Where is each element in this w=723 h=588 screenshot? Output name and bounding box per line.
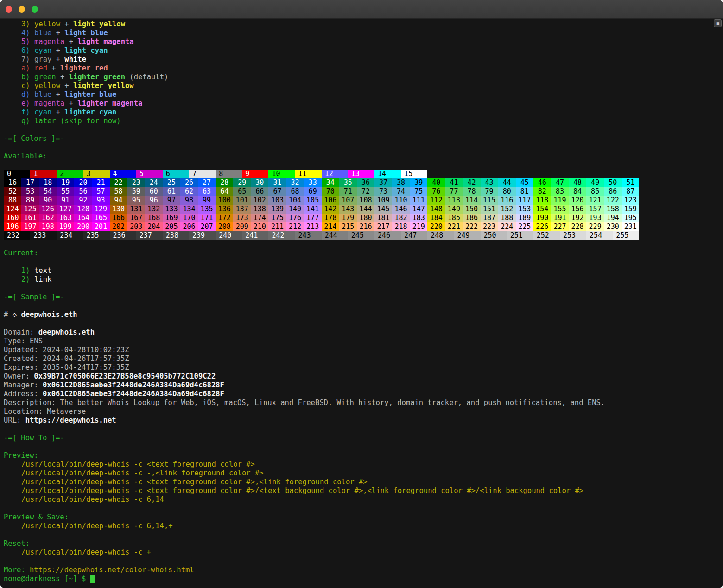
palette-cell-46: 46: [533, 178, 551, 187]
palette-cell-26: 26: [180, 178, 198, 187]
scrollback-menu-icon[interactable]: ≡: [714, 19, 722, 27]
palette-cell-69: 69: [304, 187, 322, 196]
palette-row: 5253545556575859606162636465666768697071…: [4, 187, 719, 196]
menu-item-7: 7) gray + white: [4, 55, 719, 64]
palette-cell-237: 237: [136, 231, 163, 240]
sample-domain-name: deepwhois.eth: [21, 310, 77, 319]
palette-cell-86: 86: [604, 187, 622, 196]
palette-cell-138: 138: [251, 205, 268, 214]
palette-cell-68: 68: [286, 187, 304, 196]
palette-cell-105: 105: [304, 196, 322, 205]
palette-cell-233: 233: [30, 231, 57, 240]
palette-cell-103: 103: [268, 196, 286, 205]
palette-cell-212: 212: [286, 222, 304, 231]
palette-cell-37: 37: [374, 178, 392, 187]
palette-cell-51: 51: [622, 178, 639, 187]
titlebar[interactable]: [0, 0, 723, 19]
palette-cell-64: 64: [216, 187, 233, 196]
palette-cell-245: 245: [348, 231, 374, 240]
palette-cell-88: 88: [4, 196, 21, 205]
palette-cell-255: 255: [613, 231, 639, 240]
palette-cell-33: 33: [304, 178, 322, 187]
palette-cell-8: 8: [216, 170, 242, 178]
palette-cell-84: 84: [569, 187, 586, 196]
prompt-line[interactable]: none@darkness [~] $: [4, 575, 719, 583]
palette-cell-101: 101: [233, 196, 251, 205]
palette-cell-149: 149: [445, 205, 463, 214]
palette-cell-117: 117: [516, 196, 533, 205]
palette-cell-222: 222: [463, 222, 480, 231]
available-label: Available:: [4, 152, 719, 161]
palette-cell-45: 45: [516, 178, 533, 187]
palette-cell-10: 10: [268, 170, 295, 178]
reset-command: /usr/local/bin/deep-whois -c +: [4, 548, 719, 557]
palette-cell-27: 27: [198, 178, 216, 187]
palette-cell-198: 198: [39, 222, 57, 231]
palette-cell-177: 177: [304, 214, 322, 222]
palette-cell-7: 7: [189, 170, 216, 178]
zoom-button[interactable]: [32, 6, 38, 13]
palette-cell-120: 120: [569, 196, 586, 205]
palette-cell-104: 104: [286, 196, 304, 205]
menu-item-b: b) green + lighter green (default): [4, 73, 719, 82]
blank-line: [4, 531, 719, 539]
palette-cell-107: 107: [339, 196, 357, 205]
palette-cell-169: 169: [163, 214, 180, 222]
palette-cell-193: 193: [586, 214, 604, 222]
palette-cell-12: 12: [322, 170, 348, 178]
palette-cell-204: 204: [145, 222, 163, 231]
palette-cell-47: 47: [551, 178, 569, 187]
palette-cell-170: 170: [180, 214, 198, 222]
palette-cell-36: 36: [357, 178, 374, 187]
palette-row: 1961971981992002012022032042052062072082…: [4, 222, 719, 231]
palette-cell-236: 236: [110, 231, 136, 240]
palette-cell-23: 23: [127, 178, 145, 187]
current-option-text: 1) text: [4, 266, 719, 275]
palette-cell-185: 185: [445, 214, 463, 222]
palette-cell-181: 181: [374, 214, 392, 222]
palette-cell-61: 61: [163, 187, 180, 196]
palette-cell-199: 199: [57, 222, 74, 231]
hash-prefix: #: [4, 310, 8, 319]
palette-cell-50: 50: [604, 178, 622, 187]
palette-cell-224: 224: [498, 222, 516, 231]
palette-cell-145: 145: [374, 205, 392, 214]
palette-cell-29: 29: [233, 178, 251, 187]
whois-field-url: URL: https://deepwhois.net: [4, 416, 719, 425]
close-button[interactable]: [6, 6, 12, 13]
more-label: More:: [4, 566, 25, 574]
palette-cell-94: 94: [110, 196, 127, 205]
reset-label: Reset:: [4, 539, 719, 548]
blank-line: [4, 557, 719, 566]
palette-cell-182: 182: [392, 214, 410, 222]
minimize-button[interactable]: [19, 6, 25, 13]
palette-cell-197: 197: [21, 222, 39, 231]
whois-field-created: Created: 2024-04-26T17:57:35Z: [4, 354, 719, 363]
palette-cell-32: 32: [286, 178, 304, 187]
more-url[interactable]: https://deepwhois.net/color-whois.html: [30, 566, 194, 574]
palette-cell-221: 221: [445, 222, 463, 231]
preview-command-2: /usr/local/bin/deep-whois -c -,<link for…: [4, 469, 719, 478]
menu-item-q: q) later (skip for now): [4, 117, 719, 126]
palette-cell-59: 59: [127, 187, 145, 196]
palette-cell-167: 167: [127, 214, 145, 222]
palette-cell-110: 110: [392, 196, 410, 205]
preview-save-label: Preview & Save:: [4, 513, 719, 522]
palette-cell-226: 226: [533, 222, 551, 231]
preview-command-3: /usr/local/bin/deep-whois -c <text foreg…: [4, 478, 719, 487]
terminal-content[interactable]: 3) yellow + light yellow4) blue + light …: [0, 19, 723, 583]
palette-cell-85: 85: [586, 187, 604, 196]
palette-cell-186: 186: [463, 214, 480, 222]
palette-cell-99: 99: [198, 196, 216, 205]
palette-cell-231: 231: [622, 222, 639, 231]
palette-cell-118: 118: [533, 196, 551, 205]
palette-cell-200: 200: [74, 222, 92, 231]
palette-row: 1601611621631641651661671681691701711721…: [4, 214, 719, 222]
palette-cell-223: 223: [481, 222, 498, 231]
palette-cell-71: 71: [339, 187, 357, 196]
spacer: [17, 310, 21, 319]
palette-cell-178: 178: [322, 214, 339, 222]
palette-cell-49: 49: [586, 178, 604, 187]
palette-cell-139: 139: [268, 205, 286, 214]
palette-cell-166: 166: [110, 214, 127, 222]
